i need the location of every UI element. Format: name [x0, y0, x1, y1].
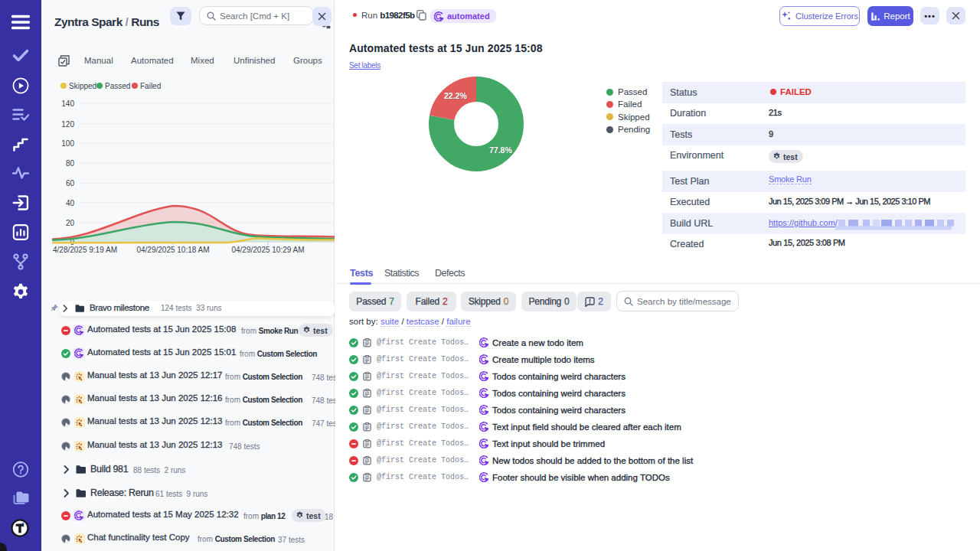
svg-text:20: 20 — [66, 219, 75, 227]
svg-text:04/29/2025 10:29 AM: 04/29/2025 10:29 AM — [231, 246, 304, 254]
svg-text:Passed: Passed — [105, 82, 130, 90]
svg-text:77.8%: 77.8% — [489, 145, 512, 155]
svg-text:60: 60 — [66, 179, 75, 187]
svg-text:04/29/2025 10:18 AM: 04/29/2025 10:18 AM — [136, 246, 209, 254]
svg-text:40: 40 — [66, 199, 75, 207]
svg-text:80: 80 — [66, 159, 75, 168]
svg-text:100: 100 — [61, 139, 74, 148]
svg-text:4/28/2025 9:19 AM: 4/28/2025 9:19 AM — [53, 246, 117, 254]
svg-text:Failed: Failed — [140, 82, 161, 90]
svg-text:120: 120 — [61, 120, 74, 129]
svg-text:22.2%: 22.2% — [444, 91, 467, 100]
svg-text:140: 140 — [61, 99, 74, 108]
svg-text:Skipped: Skipped — [69, 82, 96, 90]
